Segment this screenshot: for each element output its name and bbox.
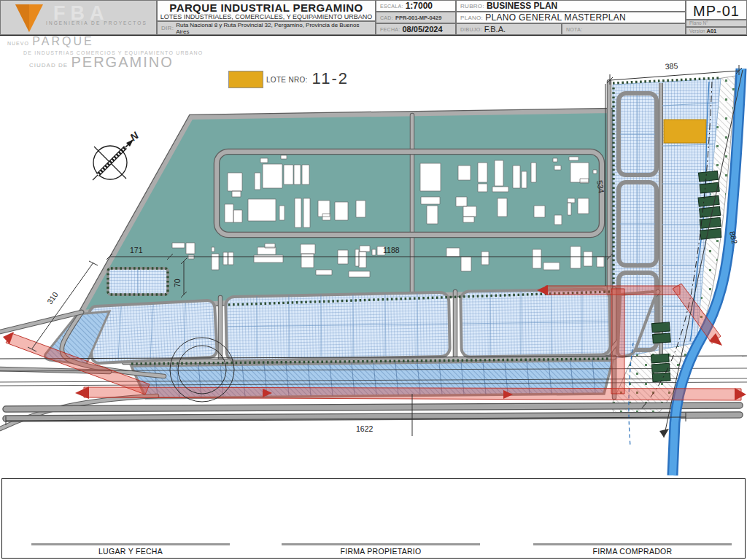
masterplan-sheet: 171 1188 70 385 534 882 310 1622 N FBA I…: [0, 0, 747, 560]
plan-name-value: PLANO GENERAL MASTERPLAN: [485, 12, 626, 23]
signature-owner: FIRMA PROPIETARIO: [282, 543, 480, 556]
signature-box: LUGAR Y FECHA FIRMA PROPIETARIO FIRMA CO…: [1, 478, 746, 559]
scale-value: 1:7000: [406, 1, 433, 11]
company-logo-shade: [15, 4, 29, 32]
version-cell: Version A01: [686, 27, 747, 35]
signature-caption: FIRMA COMPRADOR: [533, 547, 732, 556]
project-watermark: NUEVO PARQUE DE INDUSTRIAS COMERCIOS Y E…: [7, 36, 203, 70]
drawn-by-value: F.B.A.: [484, 25, 506, 34]
date-label: FECHA:: [380, 27, 400, 32]
address-value: Ruta Nacional 8 y Ruta Provincial 32, Pe…: [176, 22, 371, 35]
sheet-label-cell: Plano N°: [686, 20, 747, 27]
project-title: PARQUE INDUSTRIAL PERGAMINO: [158, 2, 375, 13]
company-tagline: INGENIERIA DE PROYECTOS: [46, 20, 147, 26]
address-cell: DIR: Ruta Nacional 8 y Ruta Provincial 3…: [157, 21, 376, 35]
scale-cell: ESCALA: 1:7000: [376, 0, 456, 12]
version-label: Version: [689, 28, 705, 34]
title-block: FBA INGENIERIA DE PROYECTOS PARQUE INDUS…: [0, 0, 747, 36]
signature-caption: FIRMA PROPIETARIO: [282, 547, 480, 556]
project-subtitle: LOTES INDUSTRIALES, COMERCIALES, Y EQUIP…: [158, 13, 375, 20]
dim-385: 385: [665, 61, 678, 71]
dim-171: 171: [130, 246, 143, 254]
logo-cell: FBA INGENIERIA DE PROYECTOS: [0, 0, 157, 35]
watermark-prefix: NUEVO: [7, 41, 29, 46]
legend-lot-number: 11-2: [312, 69, 349, 88]
cad-label: CAD:: [380, 15, 393, 20]
north-label: N: [128, 129, 142, 143]
dim-70: 70: [173, 279, 182, 287]
legend-label: LOTE NRO:: [266, 76, 308, 84]
note-cell: NOTA:: [562, 23, 686, 35]
sheet-number-cell: MP-01: [686, 0, 747, 20]
dim-310: 310: [45, 290, 60, 306]
address-label: DIR:: [161, 25, 174, 31]
signature-caption: LUGAR Y FECHA: [31, 547, 230, 556]
signature-line[interactable]: [31, 543, 230, 545]
site-plan: 171 1188 70 385 534 882 310 1622 N: [0, 0, 747, 560]
signature-line[interactable]: [533, 543, 732, 545]
scale-label: ESCALA:: [380, 4, 403, 9]
date-cell: FECHA: 08/05/2024: [376, 23, 456, 35]
north-compass: N: [93, 129, 142, 180]
dim-1622: 1622: [356, 424, 374, 433]
category-value: BUSINESS PLAN: [487, 1, 557, 11]
date-value: 08/05/2024: [402, 25, 442, 34]
plan-name-label: PLANO:: [460, 15, 483, 21]
note-label: NOTA:: [566, 27, 582, 32]
drawn-by-label: DIBUJO:: [460, 27, 482, 32]
category-label: RUBRO:: [460, 3, 484, 9]
cad-cell: CAD: PPR-001-MP-0429: [376, 12, 456, 23]
project-title-cell: PARQUE INDUSTRIAL PERGAMINO LOTES INDUST…: [157, 0, 376, 21]
watermark-title3: PERGAMINO: [71, 54, 173, 70]
watermark-title: PARQUE: [32, 35, 93, 47]
category-cell: RUBRO: BUSINESS PLAN: [456, 0, 686, 12]
drawn-by-cell: DIBUJO: F.B.A.: [456, 23, 562, 35]
signature-place-date: LUGAR Y FECHA: [31, 543, 230, 556]
highlighted-lot-11-2[interactable]: [664, 120, 706, 143]
plan-name-cell: PLANO: PLANO GENERAL MASTERPLAN: [456, 12, 686, 23]
signature-buyer: FIRMA COMPRADOR: [533, 543, 732, 556]
dim-1188: 1188: [383, 246, 400, 254]
watermark-prefix3: CIUDAD DE: [29, 62, 68, 69]
lot-legend: LOTE NRO: 11-2: [228, 71, 349, 88]
version-value: A01: [707, 28, 717, 34]
small-lot-block: [108, 268, 168, 295]
cad-value: PPR-001-MP-0429: [395, 15, 441, 21]
lot-color-swatch: [228, 71, 263, 88]
sheet-code: MP-01: [686, 3, 746, 20]
signature-line[interactable]: [282, 543, 480, 545]
sheet-label: Plano N°: [686, 20, 746, 26]
